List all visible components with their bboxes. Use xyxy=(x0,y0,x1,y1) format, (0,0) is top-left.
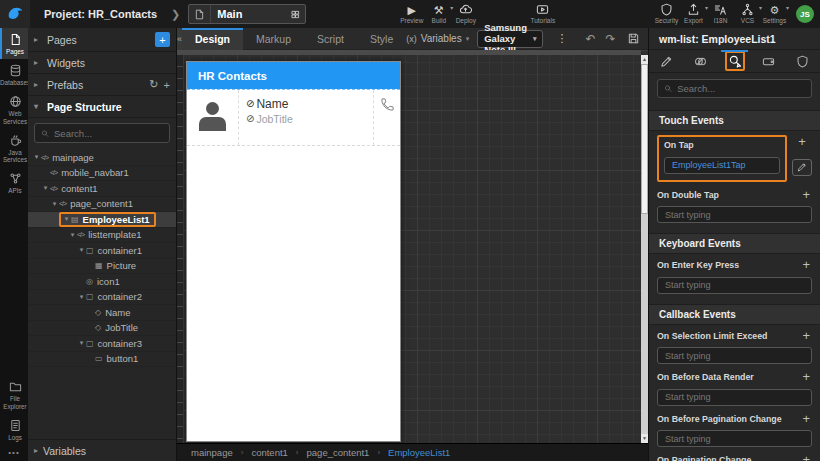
breadcrumb-page-content1[interactable]: page_content1 xyxy=(307,447,370,458)
tree-item-employeelist1[interactable]: ▾ ▤ EmployeeList1 xyxy=(28,212,176,228)
expand-arrow-icon[interactable]: ▾ xyxy=(50,200,59,208)
expand-arrow-icon[interactable]: ▾ xyxy=(32,153,41,161)
i18n-button[interactable]: I18N xyxy=(707,0,734,28)
tree-item-page-content1[interactable]: ▾ </> page_content1 xyxy=(28,197,176,213)
mobile-navbar[interactable]: HR Contacts xyxy=(187,62,400,89)
tab-script[interactable]: Script xyxy=(304,28,357,50)
on-selection-limit-exceed-input[interactable] xyxy=(657,347,812,364)
tab-events[interactable] xyxy=(717,50,751,72)
build-button[interactable]: ⚒ Build ▾ xyxy=(425,0,452,28)
grid-icon[interactable] xyxy=(285,9,305,20)
on-before-data-render-input[interactable] xyxy=(657,389,812,406)
tree-item-name[interactable]: ◇ Name xyxy=(28,305,176,321)
rail-item-java-services[interactable]: Java Services xyxy=(0,129,28,167)
add-on-before-pagination-action-button[interactable]: + xyxy=(800,413,812,425)
save-button[interactable] xyxy=(627,32,640,45)
scroll-down-icon[interactable]: ▼ xyxy=(641,434,648,443)
add-on-pagination-action-button[interactable]: + xyxy=(800,454,812,461)
tutorials-button[interactable]: Tutorials xyxy=(529,0,556,28)
tree-item-mainpage[interactable]: ▾ </> mainpage xyxy=(28,150,176,166)
name-label[interactable]: Name xyxy=(256,97,288,111)
expand-arrow-icon[interactable]: ▾ xyxy=(77,339,86,347)
vcs-button[interactable]: VCS ▾ xyxy=(734,0,761,28)
user-avatar[interactable]: JS xyxy=(796,5,814,23)
more-options-icon[interactable]: ••• xyxy=(0,445,28,461)
deploy-button[interactable]: Deploy xyxy=(452,0,479,28)
rail-item-pages[interactable]: Pages xyxy=(0,28,28,59)
tab-design[interactable]: Design xyxy=(182,28,243,50)
rail-item-apis[interactable]: APIs xyxy=(0,167,28,198)
scroll-up-icon[interactable]: ▲ xyxy=(641,55,648,64)
rail-item-file-explorer[interactable]: File Explorer xyxy=(0,375,28,413)
rail-item-web-services[interactable]: Web Services xyxy=(0,90,28,128)
tree-item-picture[interactable]: ▦ Picture xyxy=(28,259,176,275)
tab-device[interactable] xyxy=(752,50,786,72)
add-page-button[interactable]: + xyxy=(155,32,170,47)
structure-search[interactable] xyxy=(34,123,170,143)
canvas-scrollbar[interactable]: ▲ ▼ xyxy=(641,55,648,443)
wavemaker-logo[interactable] xyxy=(0,0,30,28)
tab-security[interactable] xyxy=(786,50,820,72)
settings-button[interactable]: ⚙ Settings ▾ xyxy=(761,0,788,28)
section-page-structure[interactable]: ▾ Page Structure xyxy=(28,96,176,118)
add-on-double-tap-action-button[interactable]: + xyxy=(800,189,812,201)
breadcrumb-content1[interactable]: content1 xyxy=(251,447,287,458)
design-canvas[interactable]: HR Contacts ⊘ Name xyxy=(177,50,648,443)
expand-arrow-icon[interactable]: ▾ xyxy=(68,231,77,239)
tab-style[interactable]: Style xyxy=(357,28,406,50)
structure-search-input[interactable] xyxy=(54,128,163,139)
add-on-selection-limit-action-button[interactable]: + xyxy=(800,330,812,342)
expand-arrow-icon[interactable]: ▾ xyxy=(77,293,86,301)
on-tap-input[interactable] xyxy=(664,157,780,174)
rail-item-databases[interactable]: Databases xyxy=(0,59,28,90)
device-selector[interactable]: Samsung Galaxy Note III ▾ xyxy=(477,30,543,48)
tree-item-icon1[interactable]: ◎ icon1 xyxy=(28,274,176,290)
tree-item-listtemplate1[interactable]: ▾ </> listtemplate1 xyxy=(28,228,176,244)
more-menu-icon[interactable]: ⋮ xyxy=(556,32,567,45)
add-on-before-data-render-action-button[interactable]: + xyxy=(800,371,812,383)
undo-button[interactable]: ↶ xyxy=(585,32,595,46)
expand-arrow-icon[interactable]: ▾ xyxy=(77,246,86,254)
expand-arrow-icon[interactable]: ▾ xyxy=(41,184,50,192)
tab-markup[interactable]: Markup xyxy=(243,28,304,50)
tree-item-content1[interactable]: ▾ </> content1 xyxy=(28,181,176,197)
tab-styles[interactable] xyxy=(683,50,717,72)
tree-item-container2[interactable]: ▾ ▢ container2 xyxy=(28,290,176,306)
phone-preview[interactable]: HR Contacts ⊘ Name xyxy=(186,61,401,442)
events-search-input[interactable] xyxy=(677,83,805,94)
tree-item-jobtitle[interactable]: ◇ JobTitle xyxy=(28,321,176,337)
page-selector[interactable]: Main xyxy=(188,4,306,24)
tab-properties[interactable] xyxy=(649,50,683,72)
text-cell[interactable]: ⊘ Name ⊘ JobTitle xyxy=(239,90,373,145)
picture-cell[interactable] xyxy=(187,90,239,145)
tree-item-button1[interactable]: ▭ button1 xyxy=(28,352,176,368)
preview-button[interactable]: ▶ Preview xyxy=(398,0,425,28)
add-on-tap-action-button[interactable]: + xyxy=(796,136,808,148)
on-double-tap-input[interactable] xyxy=(657,206,812,223)
add-on-enter-action-button[interactable]: + xyxy=(800,259,812,271)
security-button[interactable]: Security xyxy=(653,0,680,28)
on-enter-key-press-input[interactable] xyxy=(657,277,812,294)
rail-item-logs[interactable]: Logs xyxy=(0,414,28,445)
edit-script-button[interactable] xyxy=(792,159,812,176)
scrollbar-thumb[interactable] xyxy=(641,64,648,214)
events-search[interactable] xyxy=(657,79,812,98)
redo-button[interactable]: ↷ xyxy=(606,32,616,46)
section-variables[interactable]: ▸ Variables xyxy=(28,439,176,461)
jobtitle-label[interactable]: JobTitle xyxy=(256,113,292,125)
breadcrumb-employeelist1[interactable]: EmployeeList1 xyxy=(388,447,450,458)
tree-item-container3[interactable]: ▾ ▢ container3 xyxy=(28,336,176,352)
section-widgets[interactable]: ▸ Widgets xyxy=(28,52,176,74)
employee-list-item[interactable]: ⊘ Name ⊘ JobTitle xyxy=(187,89,400,146)
breadcrumb-mainpage[interactable]: mainpage xyxy=(191,447,233,458)
section-prefabs[interactable]: ▸ Prefabs ↻ + xyxy=(28,74,176,96)
expand-arrow-icon[interactable]: ▾ xyxy=(62,215,71,223)
tree-item-container1[interactable]: ▾ ▢ container1 xyxy=(28,243,176,259)
on-before-pagination-change-input[interactable] xyxy=(657,430,812,447)
call-button-cell[interactable] xyxy=(373,90,400,145)
tree-item-mobile-navbar1[interactable]: </> mobile_navbar1 xyxy=(28,166,176,182)
export-button[interactable]: Export ▾ xyxy=(680,0,707,28)
section-pages[interactable]: ▸ Pages + xyxy=(28,28,176,52)
variables-dropdown[interactable]: (x) Variables ▾ xyxy=(406,33,469,44)
refresh-icon[interactable]: ↻ xyxy=(149,78,158,91)
